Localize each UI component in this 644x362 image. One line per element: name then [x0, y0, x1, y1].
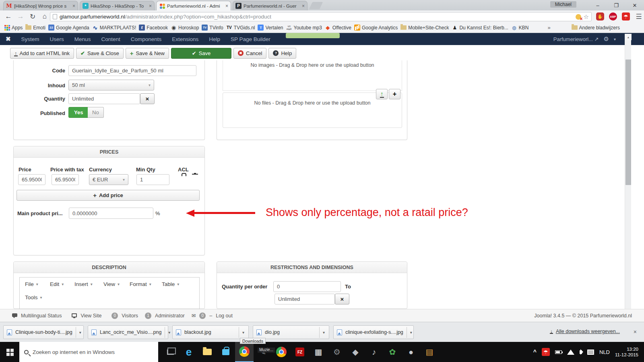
images-dropzone[interactable]: No images - Drag & Drop here or use the …	[223, 60, 402, 91]
published-yes-button[interactable]: Yes	[68, 107, 89, 118]
nav-system[interactable]: System	[21, 36, 39, 42]
save-button[interactable]: ✔Save	[171, 48, 231, 59]
app-button-6[interactable]: ✿	[383, 342, 402, 362]
qty-from-input[interactable]	[273, 281, 341, 292]
close-shelf-icon[interactable]: ×	[634, 329, 637, 335]
editor-menu-file[interactable]: File▾	[25, 281, 38, 287]
wifi-icon[interactable]	[567, 350, 574, 355]
save-close-button[interactable]: ✔Save & Close	[76, 48, 124, 59]
add-to-cart-html-button[interactable]: ↑Add to cart HTML link	[10, 48, 74, 59]
download-item[interactable]: dio.jpg▾	[253, 325, 329, 339]
view-site-link[interactable]: View Site	[80, 313, 101, 319]
filezilla-button[interactable]: FZ	[291, 342, 309, 362]
bookmark-horoskop[interactable]: ◉Horoskop	[171, 25, 199, 31]
address-bar[interactable]: glamour.parfumerieworld.nl/administrator…	[50, 12, 592, 21]
back-button[interactable]: ←	[3, 12, 14, 21]
tab-admin-active[interactable]: Parfumerieworld.nl - Admi ×	[156, 1, 231, 10]
file-add-button[interactable]: +	[389, 89, 400, 99]
restore-button[interactable]: ❐	[607, 0, 625, 10]
logout-link[interactable]: Log out	[216, 313, 233, 319]
bookmark-kbn[interactable]: ◍KBN	[511, 25, 529, 31]
file-explorer-button[interactable]	[198, 342, 217, 362]
download-item[interactable]: Lanc_ocirc_me_Visio....png▾	[88, 325, 168, 339]
language-indicator[interactable]: NLD	[599, 349, 610, 355]
main-product-price-input[interactable]	[69, 208, 153, 219]
bookmark-google-agenda[interactable]: 22Google Agenda	[48, 25, 89, 31]
download-item[interactable]: Clinique-sun-body-ti....jpg▾	[3, 325, 84, 339]
editor-menu-view[interactable]: View▾	[103, 281, 120, 287]
profile-name[interactable]: Michael	[550, 1, 576, 8]
help-button[interactable]: ?Help	[268, 48, 296, 59]
editor-menu-format[interactable]: Format▾	[130, 281, 151, 287]
quantity-input[interactable]	[68, 93, 140, 104]
bookmark-emoti[interactable]: Emoti	[25, 25, 45, 31]
bookmark-du-kannst[interactable]: ♟Du Kannst Es!: Bierb...	[452, 25, 508, 31]
app-button-3[interactable]: ⚙	[328, 342, 346, 362]
new-tab-button[interactable]	[309, 2, 323, 9]
inhoud-select[interactable]: 50 ml▾	[68, 80, 154, 90]
home-button[interactable]: ⌂	[39, 12, 50, 21]
avira-tray-icon[interactable]: ☂	[542, 348, 550, 356]
download-caret-icon[interactable]: ▾	[165, 327, 171, 338]
nav-content[interactable]: Content	[101, 36, 120, 42]
code-input[interactable]	[68, 65, 196, 76]
currency-select[interactable]: € EUR▾	[89, 174, 128, 185]
calculator-button[interactable]: ▦	[309, 342, 328, 362]
avira-extension-icon[interactable]: ☂	[621, 12, 631, 21]
add-price-button[interactable]: +Add price	[17, 190, 200, 201]
bookmark-tvinfo[interactable]: TVTVinfo	[202, 25, 223, 31]
forward-button[interactable]: →	[15, 12, 26, 21]
app-button-5[interactable]: ♪	[365, 342, 383, 362]
editor-menu-insert[interactable]: Insert▾	[74, 281, 93, 287]
download-caret-icon[interactable]: ▾	[76, 327, 82, 338]
edge-button[interactable]: e	[180, 342, 198, 362]
nav-help[interactable]: Help	[209, 36, 220, 42]
bookmark-star-icon[interactable]: ☆	[584, 13, 589, 21]
bookmark-marktplaats[interactable]: ∿MARKTPLAATS!	[92, 25, 136, 31]
quantity-clear-button[interactable]: ×	[140, 93, 155, 104]
tab-guerlain[interactable]: P Parfumerieworld.nl - Guer ×	[233, 1, 308, 10]
qty-to-input[interactable]	[275, 294, 335, 304]
download-caret-icon[interactable]: ▾	[407, 327, 413, 338]
cookie-blocked-icon[interactable]	[576, 14, 581, 20]
show-all-downloads-link[interactable]: ↓Alle downloads weergeven...	[550, 329, 620, 334]
chrome-button-active[interactable]	[235, 342, 254, 362]
editor-menu-tools[interactable]: Tools▾	[25, 294, 42, 300]
taskbar-search[interactable]: Zoeken op internet en in Windows	[19, 342, 158, 362]
min-qty-input[interactable]	[136, 174, 169, 185]
start-button[interactable]	[0, 342, 19, 362]
close-button[interactable]: ✕	[625, 0, 644, 10]
bookmark-mobile-site-check[interactable]: Mobile+Site-Check	[400, 25, 449, 31]
reload-button[interactable]: ↻	[27, 12, 38, 21]
tab-close-icon[interactable]: ×	[149, 3, 152, 9]
editor-menu-table[interactable]: Table▾	[162, 281, 179, 287]
bookmarks-overflow-chevron[interactable]: »	[547, 25, 550, 31]
chevron-down-icon[interactable]: ▾	[614, 37, 616, 41]
price-with-tax-input[interactable]	[52, 174, 79, 185]
task-view-button[interactable]	[161, 342, 180, 362]
download-caret-icon[interactable]: ▾	[319, 327, 326, 338]
bookmark-google-analytics[interactable]: Google Analytics	[354, 25, 398, 31]
adblock-extension-icon[interactable]: ✋	[595, 12, 605, 21]
app-button-4[interactable]: ◆	[346, 342, 365, 362]
nav-menus[interactable]: Menus	[74, 36, 91, 42]
download-item[interactable]: clinique-exfoliating-s....jpg▾	[333, 325, 414, 339]
tray-chevron-icon[interactable]: ^	[533, 349, 537, 355]
store-button[interactable]	[217, 342, 235, 362]
tab-close-icon[interactable]: ×	[225, 3, 228, 9]
bookmark-tvgids[interactable]: TVTVGids.nl	[226, 25, 255, 31]
other-bookmarks[interactable]: Andere bladwijzers	[572, 25, 620, 31]
nav-components[interactable]: Components	[131, 36, 162, 42]
app-button-7[interactable]: ●	[402, 342, 420, 362]
published-no-button[interactable]: No	[88, 107, 104, 118]
page-scrollbar[interactable]: ▲ ▼	[625, 34, 631, 322]
bookmark-apps[interactable]: Apps	[4, 25, 23, 31]
tab-close-icon[interactable]: ×	[72, 3, 75, 9]
scroll-up-arrow[interactable]: ▲	[625, 34, 632, 40]
tab-close-icon[interactable]: ×	[302, 3, 305, 9]
app-button-8[interactable]: ▤	[420, 342, 439, 362]
nav-users[interactable]: Users	[50, 36, 64, 42]
bookmark-youtube-mp3[interactable]: YTmp3Youtube mp3	[286, 25, 322, 31]
multilingual-status-link[interactable]: Multilingual Status	[21, 313, 62, 319]
taskbar-clock[interactable]: 13:2011-12-2015	[615, 346, 638, 358]
